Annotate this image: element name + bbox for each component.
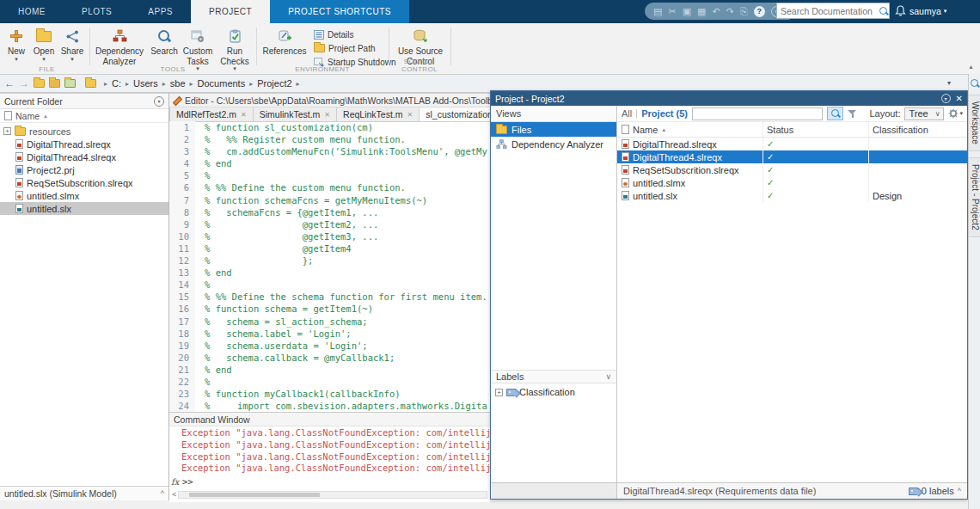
view-item-dependency-analyzer[interactable]: Dependency Analyzer (491, 137, 616, 151)
user-menu[interactable]: saumya ▾ (910, 6, 946, 16)
breadcrumb-segment[interactable]: Project2 (257, 78, 291, 89)
address-dropdown-icon[interactable]: ▾ (947, 79, 951, 87)
undo-icon[interactable]: ↶ (712, 7, 720, 16)
list-item[interactable]: untitled.slmx (0, 189, 168, 202)
project-table-header: Name ▲ Status Classification (617, 122, 967, 138)
list-item[interactable]: + resources (0, 125, 168, 138)
table-row[interactable]: untitled.slmx ✓ (617, 176, 967, 189)
dock-menu-icon[interactable]: ▾ (941, 94, 951, 103)
settings-gear-button[interactable]: ▾ (948, 108, 963, 119)
tab-home[interactable]: HOME (0, 0, 64, 23)
editor-horizontal-scrollbar[interactable]: < (172, 490, 487, 499)
collapse-ribbon-icon[interactable]: ▲ (968, 64, 974, 70)
line-number: 3 (169, 145, 195, 157)
editor-tab[interactable]: ReqLinkTest.m ✕ (337, 107, 420, 121)
close-tab-icon[interactable]: ✕ (407, 111, 413, 119)
copy-icon[interactable]: ▣ (683, 7, 691, 16)
save-icon[interactable]: ▤ (653, 7, 662, 16)
sidebar-tab-project[interactable]: Project - Project2 (969, 157, 980, 237)
forward-button[interactable]: → (19, 78, 29, 89)
editor-tab-active[interactable]: sl_customization.m (420, 107, 490, 121)
filter-project[interactable]: Project (5) (641, 108, 688, 119)
command-window[interactable]: Exception "java.lang.ClassNotFoundExcept… (169, 427, 490, 488)
list-item[interactable]: DigitalThread.slreqx (0, 138, 168, 150)
breadcrumb-separator: ▸ (104, 80, 107, 88)
references-button[interactable]: References (260, 27, 309, 57)
table-row[interactable]: DigitalThread.slreqx ✓ (617, 138, 967, 150)
quick-access-toolbar: ▤ ✂ ▣ ▦ ↶ ↷ ⎘ ? ▾ (645, 3, 791, 20)
new-button[interactable]: New ▾ (4, 27, 28, 62)
file-details-bar[interactable]: untitled.slx (Simulink Model) ^ (0, 486, 168, 500)
current-folder-column-header[interactable]: Name ▲ (0, 109, 168, 123)
expand-icon[interactable]: + (495, 389, 503, 396)
project-search-button[interactable] (827, 107, 843, 120)
breadcrumb-segment[interactable]: C: (112, 78, 121, 89)
name-column-header[interactable]: Name ▲ (617, 122, 763, 137)
line-number: 18 (169, 328, 195, 340)
project-title-bar[interactable]: Project - Project2 ▾ ✕ (491, 91, 967, 106)
notifications-bell-icon[interactable] (895, 5, 906, 17)
close-tab-icon[interactable]: ✕ (324, 111, 330, 119)
filter-all[interactable]: All (622, 108, 632, 119)
layout-select[interactable]: Tree ∨ (904, 107, 944, 120)
command-window-header[interactable]: Command Window (169, 412, 490, 426)
project-path-button[interactable]: Project Path (314, 42, 375, 54)
search-button[interactable]: Search (148, 27, 181, 57)
labels-count-area[interactable]: 0 labels ^ (909, 486, 967, 496)
breadcrumb-segment[interactable]: sbe (170, 78, 186, 89)
expand-icon[interactable]: + (3, 127, 11, 135)
command-prompt[interactable]: fx >> (169, 476, 490, 488)
editor-tab[interactable]: MdlRefTest2.m ✕ (170, 107, 254, 121)
scrollbar-track[interactable] (178, 491, 487, 499)
list-item-selected[interactable]: untitled.slx (0, 202, 168, 215)
help-icon[interactable]: ? (754, 6, 765, 17)
status-column-header[interactable]: Status (763, 122, 869, 137)
labels-header[interactable]: Labels ∨ (491, 370, 616, 383)
sidebar-tab-workspace[interactable]: Workspace (969, 95, 980, 151)
back-button[interactable]: ← (4, 78, 15, 89)
search-icon (830, 108, 841, 119)
fx-icon[interactable]: fx (169, 476, 182, 488)
cut-icon[interactable]: ✂ (668, 7, 676, 16)
scrollbar-thumb[interactable] (189, 493, 320, 497)
list-item[interactable]: Project2.prj (0, 163, 168, 176)
list-item[interactable]: DigitalThread4.slreqx (0, 150, 168, 163)
scroll-left-icon[interactable]: < (172, 491, 176, 499)
label-item-classification[interactable]: + Classification (491, 385, 616, 399)
search-documentation-input[interactable] (777, 6, 879, 16)
table-row[interactable]: untitled.slx ✓ Design (617, 189, 967, 202)
table-row-selected[interactable]: DigitalThread4.slreqx ✓ (617, 150, 967, 163)
tab-project-shortcuts[interactable]: PROJECT SHORTCUTS (270, 0, 409, 23)
search-icon[interactable] (970, 78, 980, 89)
editor-tab[interactable]: SimulinkTest.m ✕ (254, 107, 337, 121)
redo-icon[interactable]: ↷ (726, 7, 734, 16)
table-row[interactable]: ReqSetSubscrition.slreqx ✓ (617, 163, 967, 176)
refresh-folder-icon[interactable] (64, 79, 76, 88)
project-search-input[interactable] (692, 107, 823, 120)
open-button[interactable]: Open ▾ (31, 27, 57, 62)
classification-column-header[interactable]: Classification (869, 122, 967, 137)
close-icon[interactable]: ✕ (956, 94, 963, 103)
search-icon[interactable] (879, 6, 889, 16)
share-button[interactable]: Share ▾ (58, 27, 86, 62)
up-one-level-icon[interactable] (34, 79, 45, 88)
tab-plots[interactable]: PLOTS (64, 0, 130, 23)
breadcrumb-segment[interactable]: Users (133, 78, 158, 89)
browse-folder-icon[interactable] (49, 79, 60, 88)
paste-icon[interactable]: ▦ (697, 7, 706, 16)
tab-project[interactable]: PROJECT (191, 0, 270, 23)
labels-collapse-icon[interactable]: ∨ (605, 372, 611, 381)
details-button[interactable]: Details (314, 28, 354, 40)
list-item[interactable]: ReqSetSubscrition.slreqx (0, 176, 168, 189)
view-item-files[interactable]: Files (491, 122, 616, 137)
collapse-details-icon[interactable]: ^ (161, 489, 164, 498)
filter-funnel-icon[interactable] (848, 109, 857, 119)
labels-expand-icon[interactable]: ^ (958, 487, 961, 495)
tab-apps[interactable]: APPS (130, 0, 191, 23)
dependency-analyzer-button[interactable]: Dependency Analyzer (93, 27, 146, 66)
print-icon[interactable]: ⎘ (740, 7, 748, 16)
close-tab-icon[interactable]: ✕ (241, 111, 247, 119)
panel-menu-icon[interactable]: ▾ (154, 96, 164, 107)
code-area[interactable]: 1% function sl_customization(cm) 2% %% R… (169, 121, 490, 412)
breadcrumb-segment[interactable]: Documents (198, 78, 246, 89)
